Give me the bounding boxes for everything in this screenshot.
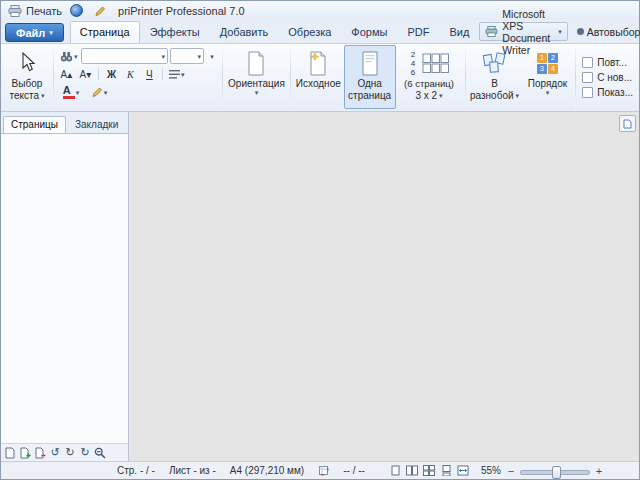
font-color-letter: А [63, 85, 75, 99]
preset-2-pages[interactable]: 2 [408, 50, 418, 59]
preset-4-pages[interactable]: 4 [408, 59, 418, 68]
underline-button[interactable]: Ч [141, 66, 158, 82]
add-page-button[interactable] [18, 446, 32, 460]
select-text-button[interactable]: Выбор текста▾ [3, 45, 51, 109]
theme-sphere-button[interactable] [68, 3, 85, 19]
paragraph-options-button[interactable]: ▾ [167, 66, 187, 82]
rotate-left-button[interactable]: ↺ [48, 446, 62, 460]
chevron-down-icon: ▾ [516, 92, 520, 99]
grow-font-button[interactable]: А▴ [58, 66, 75, 82]
tab-effects[interactable]: Эффекты [140, 21, 210, 43]
file-label: Файл [16, 27, 45, 39]
orientation-button[interactable]: Ориентация ▾ [225, 45, 288, 109]
printer-select[interactable]: Microsoft XPS Document Writer ▾ [479, 22, 567, 41]
multi-page-icon-area: 2 4 6 [408, 49, 450, 77]
checkbox-repeat[interactable]: Повт... [582, 57, 633, 68]
sphere-icon [70, 4, 83, 17]
chevron-down-icon: ▾ [255, 90, 259, 95]
sidebar-toolbar: ↺ ↻ ↻ [1, 443, 128, 461]
new-page-button[interactable] [3, 446, 17, 460]
checkbox-show-label: Показ... [597, 87, 633, 98]
printer-name: Microsoft XPS Document Writer [502, 8, 554, 56]
refresh-button[interactable]: ↻ [78, 446, 92, 460]
page-options-group: Повт... С нов... Показ... [578, 45, 637, 109]
printer-icon [485, 26, 498, 37]
view-mode-buttons [388, 464, 471, 478]
edit-button[interactable] [91, 3, 108, 19]
page-setup-icon[interactable] [318, 465, 329, 476]
preset-6-pages[interactable]: 6 [408, 68, 418, 77]
checkbox-icon [582, 72, 593, 83]
file-menu-button[interactable]: Файл ▾ [5, 23, 64, 42]
font-size-combo[interactable]: ▾ [170, 48, 204, 64]
printer-area: Microsoft XPS Document Writer ▾ Автовыбо… [479, 22, 640, 43]
tab-view[interactable]: Вид [439, 21, 479, 43]
view-single-page-button[interactable] [388, 464, 403, 478]
autoselect-dropdown[interactable]: Автовыбор ▾ [573, 23, 640, 40]
bold-button[interactable]: Ж [103, 66, 120, 82]
window-title: priPrinter Professional 7.0 [118, 5, 245, 17]
zoom-slider[interactable] [520, 465, 590, 477]
zoom-out-button[interactable]: − [505, 465, 517, 477]
zoom-slider-thumb[interactable] [552, 466, 561, 479]
page-minus-icon [35, 447, 46, 459]
checkbox-from-new[interactable]: С нов... [582, 72, 633, 83]
printer-icon [8, 5, 22, 17]
tab-crop[interactable]: Обрезка [278, 21, 341, 43]
tab-pdf[interactable]: PDF [397, 21, 439, 43]
italic-button[interactable]: К [122, 66, 139, 82]
group-separator [290, 47, 291, 107]
tab-page[interactable]: Страница [70, 21, 140, 43]
group-separator [53, 47, 54, 107]
tab-insert[interactable]: Добавить [210, 21, 279, 43]
sidebar-tab-bookmarks[interactable]: Закладки [67, 116, 126, 133]
checkbox-icon [582, 87, 593, 98]
font-family-combo[interactable]: ▾ [81, 48, 168, 64]
view-fit-width-button[interactable] [456, 464, 471, 478]
grid-3x2-icon [422, 53, 450, 74]
select-text-line2: текста [9, 90, 39, 101]
page-portrait-icon [246, 49, 266, 77]
preview-layout-button[interactable] [619, 115, 636, 132]
original-view-button[interactable]: Исходное [293, 45, 344, 109]
font-group: ▾ ▾ ▾ ▾ А▴ А▾ Ж К Ч [56, 45, 220, 109]
rotate-right-button[interactable]: ↻ [63, 446, 77, 460]
sidebar-tab-pages[interactable]: Страницы [3, 116, 66, 133]
view-continuous-button[interactable] [439, 464, 454, 478]
page-presets: 2 4 6 [408, 50, 418, 77]
main-body: Страницы Закладки ↺ ↻ ↻ [1, 112, 639, 461]
multi-page-button[interactable]: 2 4 6 (6 страниц) 3 x 2▾ [396, 45, 463, 109]
zoom-out-pages-button[interactable] [93, 446, 107, 460]
chevron-down-icon: ▾ [210, 53, 214, 60]
print-label: Печать [26, 5, 62, 17]
font-more-button[interactable]: ▾ [206, 48, 218, 64]
highlight-pen-button[interactable]: ▾ [86, 84, 112, 100]
print-button[interactable]: Печать [8, 5, 62, 17]
app-window: Печать priPrinter Professional 7.0 Файл … [0, 0, 640, 480]
chevron-down-icon: ▾ [181, 71, 185, 78]
shrink-font-button[interactable]: А▾ [77, 66, 94, 82]
one-page-button[interactable]: Одна страница [344, 45, 396, 109]
zoom-level: 55% [481, 465, 501, 476]
autoselect-label: Автовыбор [587, 26, 640, 38]
chevron-down-icon: ▾ [439, 92, 443, 99]
one-page-icon [360, 49, 380, 77]
select-text-line1: Выбор [12, 78, 43, 89]
list-lines-icon [169, 70, 180, 79]
delete-page-button[interactable] [33, 446, 47, 460]
find-button[interactable]: ▾ [58, 48, 80, 64]
view-facing-pages-button[interactable] [405, 464, 420, 478]
checkbox-show[interactable]: Показ... [582, 87, 633, 98]
font-color-button[interactable]: А ▾ [58, 84, 84, 100]
zoom-in-button[interactable]: + [593, 465, 605, 477]
checkbox-icon [582, 57, 593, 68]
chevron-down-icon: ▾ [546, 90, 550, 95]
view-grid-button[interactable] [422, 464, 437, 478]
group-separator [465, 47, 466, 107]
tab-forms[interactable]: Формы [341, 21, 397, 43]
sidebar-tabs: Страницы Закладки [1, 112, 128, 133]
pages-thumbnail-panel [1, 133, 128, 443]
preview-area[interactable] [129, 112, 639, 461]
chevron-down-icon: ▾ [162, 53, 166, 60]
highlighter-icon [91, 86, 103, 98]
